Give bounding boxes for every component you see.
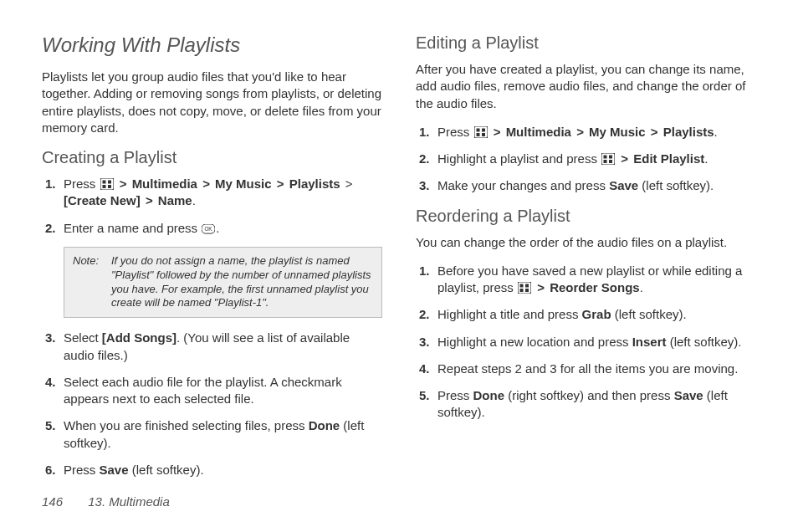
list-item: Press > Multimedia > My Music > Playlist… <box>42 176 382 210</box>
list-item: Press > Multimedia > My Music > Playlist… <box>416 124 756 141</box>
svg-rect-16 <box>609 160 612 163</box>
nav-item: [Create New] <box>64 193 141 207</box>
step-text: Highlight a playlist and press <box>437 151 601 166</box>
bold-label: Reorder Songs <box>550 280 640 294</box>
svg-rect-2 <box>108 181 111 184</box>
bold-label: Done <box>309 418 340 432</box>
step-text: . <box>640 280 643 294</box>
menu-icon <box>100 177 114 189</box>
nav-item: My Music <box>215 176 272 191</box>
bold-label: Grab <box>582 307 611 321</box>
step-text: Highlight a title and press <box>437 307 582 321</box>
step-suffix: . <box>714 125 718 139</box>
step-text: (left softkey). <box>667 335 742 349</box>
editing-steps: Press > Multimedia > My Music > Playlist… <box>416 124 756 195</box>
nav-item: Multimedia <box>506 125 571 139</box>
bold-label: Edit Playlist <box>633 151 704 166</box>
svg-rect-0 <box>100 178 114 190</box>
svg-rect-21 <box>525 289 529 292</box>
list-item: Repeat steps 2 and 3 for all the items y… <box>416 361 756 377</box>
svg-rect-8 <box>476 128 479 131</box>
nav-item: Playlists <box>663 125 714 139</box>
svg-rect-14 <box>609 156 612 159</box>
separator: > <box>202 176 210 192</box>
step-suffix: . <box>192 193 196 207</box>
list-item: Highlight a title and press Grab (left s… <box>416 306 756 323</box>
step-text: When you are finished selecting files, p… <box>64 418 309 432</box>
menu-icon <box>474 125 488 137</box>
menu-icon <box>518 281 531 293</box>
svg-rect-13 <box>604 156 607 159</box>
svg-rect-15 <box>604 160 607 163</box>
step-text: Select <box>64 330 102 345</box>
svg-text:OK: OK <box>205 227 213 233</box>
svg-rect-1 <box>102 181 105 184</box>
list-item: Press Done (right softkey) and then pres… <box>416 387 756 422</box>
separator: > <box>277 176 284 192</box>
bold-label: [Add Songs] <box>102 330 176 345</box>
section-label: 13. Multimedia <box>88 494 170 509</box>
page-footer: 146 13. Multimedia <box>42 494 170 509</box>
note-box: Note: If you do not assign a name, the p… <box>64 247 382 319</box>
step-text: (right softkey) and then press <box>504 388 674 402</box>
step-text: (left softkey). <box>638 178 714 192</box>
list-item: Highlight a new location and press Inser… <box>416 334 756 350</box>
list-item: Select [Add Songs]. (You will see a list… <box>42 330 382 364</box>
list-item: Highlight a playlist and press > Edit Pl… <box>416 151 756 167</box>
bold-label: Save <box>100 463 129 477</box>
svg-rect-10 <box>476 133 479 136</box>
editing-intro: After you have created a playlist, you c… <box>416 61 756 112</box>
separator: > <box>537 279 545 296</box>
list-item: Enter a name and press OK. <box>42 220 382 237</box>
nav-item: My Music <box>589 125 646 139</box>
step-text: Press <box>64 176 100 191</box>
separator: > <box>494 124 501 141</box>
step-text: (left softkey). <box>611 307 687 321</box>
intro-paragraph: Playlists let you group audio files that… <box>42 69 382 136</box>
bold-label: Done <box>473 388 505 402</box>
step-text: Highlight a new location and press <box>437 335 632 349</box>
svg-rect-20 <box>520 289 524 292</box>
reordering-steps: Before you have saved a new playlist or … <box>416 263 756 422</box>
svg-rect-4 <box>108 185 111 188</box>
note-label: Note: <box>73 254 106 311</box>
step-text: Make your changes and press <box>437 178 609 192</box>
menu-icon <box>601 152 615 164</box>
left-column: Working With Playlists Playlists let you… <box>42 33 382 477</box>
step-text: Press <box>437 388 473 402</box>
svg-rect-17 <box>518 282 531 294</box>
svg-rect-3 <box>102 185 105 188</box>
list-item: Make your changes and press Save (left s… <box>416 177 756 194</box>
nav-item: Multimedia <box>132 176 197 191</box>
step-text: Enter a name and press <box>64 221 201 235</box>
creating-heading: Creating a Playlist <box>42 148 382 167</box>
creating-steps-cont: Select [Add Songs]. (You will see a list… <box>42 330 382 478</box>
svg-rect-7 <box>474 126 488 138</box>
list-item: Press Save (left softkey). <box>42 462 382 478</box>
separator: > <box>576 124 584 141</box>
editing-heading: Editing a Playlist <box>416 33 756 53</box>
svg-rect-19 <box>525 284 529 288</box>
separator: > <box>621 151 628 167</box>
svg-rect-18 <box>520 284 524 288</box>
list-item: When you are finished selecting files, p… <box>42 417 382 452</box>
step-text: Press <box>64 463 100 477</box>
reordering-intro: You can change the order of the audio fi… <box>416 234 756 251</box>
step-text: Press <box>437 125 473 139</box>
page-number: 146 <box>42 494 63 509</box>
reordering-heading: Reordering a Playlist <box>416 207 756 226</box>
nav-item: Playlists <box>289 176 340 191</box>
right-column: Editing a Playlist After you have create… <box>416 33 756 477</box>
step-text: . <box>704 151 708 166</box>
nav-item: Name <box>158 193 192 207</box>
bold-label: Insert <box>632 335 667 349</box>
note-text: If you do not assign a name, the playlis… <box>111 254 373 311</box>
list-item: Before you have saved a new playlist or … <box>416 263 756 297</box>
separator: > <box>651 124 658 141</box>
separator: > <box>345 176 353 192</box>
separator: > <box>120 176 127 192</box>
page-title: Working With Playlists <box>42 33 382 57</box>
svg-rect-11 <box>482 133 485 136</box>
svg-rect-12 <box>601 153 615 165</box>
bold-label: Save <box>674 388 703 402</box>
